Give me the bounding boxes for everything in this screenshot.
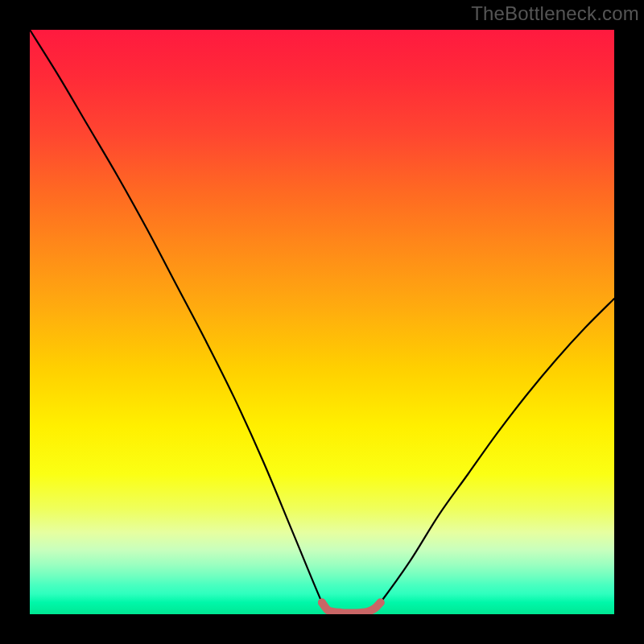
curve-bottom-highlight [322,602,381,613]
watermark: TheBottleneck.com [471,2,639,25]
highlight-dot-left [318,598,326,606]
chart-svg [30,30,614,614]
highlight-dot-right [377,598,385,606]
chart-frame: TheBottleneck.com [0,0,644,644]
curve-line [30,30,614,613]
